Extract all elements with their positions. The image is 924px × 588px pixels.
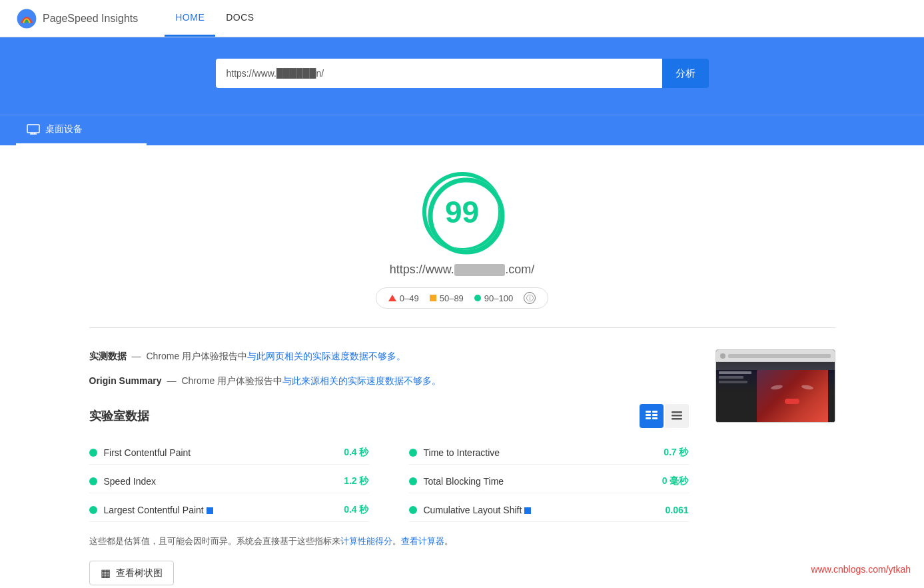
legend-good-icon [474,295,481,301]
info-icon[interactable]: ⓘ [524,292,536,304]
toggle-grid-btn[interactable] [640,404,664,428]
lab-header: 实验室数据 [89,404,689,428]
thumb-address-bar [728,354,831,358]
shice-label: 实测数据 [89,349,127,363]
metric-lcp-dot [89,506,97,514]
logo-link[interactable]: PageSpeed Insights [16,8,138,29]
sim-eye-right [801,385,814,391]
score-url: https://www.██████.com/ [390,263,535,277]
metric-cls-value: 0.061 [665,505,688,515]
data-main: 实测数据 — Chrome 用户体验报告中与此网页相关的实际速度数据不够多。 O… [89,349,689,585]
lcp-info-icon[interactable] [207,507,213,514]
divider-1 [89,327,835,328]
metric-tti-dot [409,449,417,457]
logo-text: PageSpeed Insights [43,13,138,25]
metric-cls-dot [409,506,417,514]
sim-lips [785,399,799,404]
list-icon [672,411,682,421]
view-toggle [640,404,689,428]
sim-text-area [719,371,760,383]
nav-docs[interactable]: DOCS [215,0,264,37]
lab-title: 实验室数据 [89,408,149,424]
svg-rect-7 [646,411,651,413]
legend-good: 90–100 [474,293,513,303]
metric-lcp: Largest Contentful Paint 0.4 秒 [89,499,369,522]
svg-rect-15 [672,418,682,420]
legend-average-icon [430,295,436,301]
legend-poor-icon [388,295,396,301]
hero-section: 分析 [0,37,924,115]
metric-lcp-name: Largest Contentful Paint [104,505,338,515]
score-arc [426,176,506,256]
metric-fcp: First Contentful Paint 0.4 秒 [89,441,369,465]
svg-rect-8 [646,414,651,416]
nav-bar: PageSpeed Insights HOME DOCS [0,0,924,37]
logo-icon [16,8,37,29]
svg-rect-11 [652,414,658,416]
main-content: 99 https://www.██████.com/ 0–49 50–89 90… [63,145,862,585]
legend-good-label: 90–100 [484,293,513,303]
tree-button[interactable]: ▦ 查看树状图 [89,561,174,585]
calc-link[interactable]: 查看计算器 [401,536,444,546]
origin-label: Origin Summary [89,374,162,388]
metric-tbt: Total Blocking Time 0 毫秒 [409,470,689,493]
metric-tti: Time to Interactive 0.7 秒 [409,441,689,465]
thumbnail-img [716,362,835,422]
metric-tti-name: Time to Interactive [424,447,658,458]
calc-score-link[interactable]: 计算性能得分 [340,536,392,546]
metric-cls-name: Cumulative Layout Shift [424,505,659,515]
legend-average-label: 50–89 [440,293,464,303]
cls-info-icon[interactable] [524,507,531,514]
origin-text: Chrome 用户体验报告中与此来源相关的实际速度数据不够多。 [181,374,441,388]
footer-note: 这些都是估算值，且可能会因时而异。系统会直接基于这些指标来计算性能得分。查看计算… [89,535,689,547]
sim-nav [716,362,835,370]
svg-rect-9 [646,417,651,419]
nav-links: HOME DOCS [165,0,264,37]
toggle-list-btn[interactable] [665,404,689,428]
svg-rect-12 [652,417,658,419]
svg-rect-14 [672,415,682,417]
desktop-icon [27,124,40,135]
sim-text-3 [719,381,748,383]
score-circle: 99 [422,172,502,252]
metric-fcp-dot [89,449,97,457]
thumbnail-panel [715,349,835,585]
search-bar: 分析 [216,59,709,88]
tree-button-label: 查看树状图 [116,567,163,579]
shice-link[interactable]: 与此网页相关的实际速度数据不够多。 [247,351,406,361]
shice-text: Chrome 用户体验报告中与此网页相关的实际速度数据不够多。 [147,349,406,363]
branding: www.cnblogs.com/ytkah [811,564,911,575]
svg-rect-13 [672,411,682,413]
origin-dash: — [167,374,176,388]
thumbnail-box [715,349,835,423]
legend-average: 50–89 [430,293,464,303]
thumbnail-bar [716,350,835,362]
url-input[interactable] [216,59,662,88]
thumb-dot-1 [720,353,725,359]
sim-eye-left [771,385,783,391]
sim-text-2 [719,376,743,379]
metric-fcp-name: First Contentful Paint [104,447,338,458]
metrics-grid: First Contentful Paint 0.4 秒 Time to Int… [89,441,689,522]
metric-fcp-value: 0.4 秒 [344,447,368,459]
legend-poor: 0–49 [388,293,419,303]
metric-tbt-value: 0 毫秒 [662,475,689,487]
metric-cls: Cumulative Layout Shift 0.061 [409,499,689,522]
tab-bar: 桌面设备 [0,115,924,145]
analyze-button[interactable]: 分析 [662,59,709,88]
data-section: 实测数据 — Chrome 用户体验报告中与此网页相关的实际速度数据不够多。 O… [89,333,835,585]
metric-tbt-name: Total Blocking Time [424,476,656,487]
metric-si-value: 1.2 秒 [344,475,368,487]
tree-icon: ▦ [101,567,111,579]
shice-dash: — [132,349,141,363]
score-section: 99 https://www.██████.com/ 0–49 50–89 90… [89,145,835,322]
nav-home[interactable]: HOME [165,0,215,37]
sim-image [757,370,828,422]
tab-desktop-label: 桌面设备 [45,123,83,135]
origin-link[interactable]: 与此来源相关的实际速度数据不够多。 [282,375,441,386]
tab-desktop[interactable]: 桌面设备 [16,115,93,145]
thumbnail-content [716,362,835,422]
metric-tbt-dot [409,477,417,485]
origin-row: Origin Summary — Chrome 用户体验报告中与此来源相关的实际… [89,374,689,388]
metric-si-name: Speed Index [104,476,338,487]
